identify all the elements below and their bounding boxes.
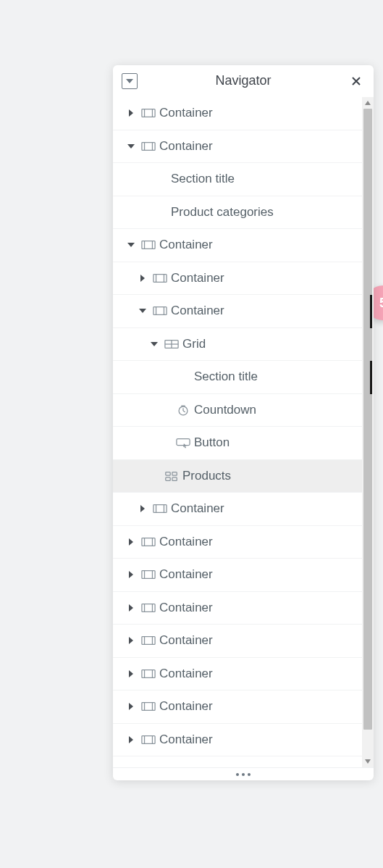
tree-row-label: Container xyxy=(171,501,224,516)
navigator-header: Navigator xyxy=(113,65,374,97)
scroll-thumb[interactable] xyxy=(363,109,372,730)
tree-row-label: Container xyxy=(159,601,213,615)
tree-row[interactable]: Container xyxy=(113,690,362,724)
button-icon xyxy=(172,437,194,448)
chevron-down-icon xyxy=(127,241,135,249)
expand-arrow[interactable] xyxy=(125,736,138,743)
tree-row[interactable]: Section title xyxy=(113,361,362,394)
row-accent xyxy=(370,295,372,328)
resize-handle[interactable] xyxy=(113,767,374,780)
grid-icon xyxy=(161,338,182,350)
tree-row-label: Product categories xyxy=(171,205,274,220)
tree-row[interactable]: Button xyxy=(113,427,362,460)
expand-arrow[interactable] xyxy=(125,241,138,249)
container-icon xyxy=(149,503,171,514)
tree-row[interactable]: Container xyxy=(113,559,362,592)
tree-row-label: Section title xyxy=(194,370,258,384)
tree-row[interactable]: Container xyxy=(113,97,362,130)
tree-row-label: Container xyxy=(159,667,213,681)
chevron-right-icon xyxy=(127,703,135,710)
container-icon xyxy=(138,569,159,580)
container-icon xyxy=(138,239,159,251)
expand-arrow[interactable] xyxy=(136,307,149,314)
chevron-right-icon xyxy=(127,109,135,117)
collapse-all-toggle[interactable] xyxy=(122,73,138,89)
chevron-right-icon xyxy=(127,604,135,612)
tree-row[interactable]: Container xyxy=(113,262,362,296)
expand-arrow[interactable] xyxy=(125,670,138,677)
products-icon xyxy=(161,470,182,482)
chevron-right-icon xyxy=(127,538,135,546)
triangle-up-icon xyxy=(364,99,371,107)
tree-row-label: Button xyxy=(194,435,230,450)
tree-row[interactable]: Products xyxy=(113,460,362,493)
container-icon xyxy=(138,635,159,646)
container-icon xyxy=(138,701,159,712)
help-badge-text: 5 xyxy=(379,296,383,311)
expand-arrow[interactable] xyxy=(125,143,138,150)
container-icon xyxy=(138,536,159,548)
tree-row-label: Container xyxy=(159,733,213,747)
tree-row-label: Products xyxy=(182,469,231,483)
tree-row[interactable]: Container xyxy=(113,658,362,691)
chevron-right-icon xyxy=(127,571,135,578)
tree-row[interactable]: Countdown xyxy=(113,394,362,427)
container-icon xyxy=(149,272,171,284)
tree-row[interactable]: Section title xyxy=(113,163,362,196)
scroll-down-button[interactable] xyxy=(362,756,374,767)
container-icon xyxy=(149,305,171,317)
tree-row-label: Container xyxy=(159,238,213,252)
tree-row-label: Container xyxy=(159,567,213,582)
chevron-down-icon xyxy=(127,143,135,150)
expand-arrow[interactable] xyxy=(148,341,161,348)
tree-row-label: Container xyxy=(159,139,213,154)
chevron-right-icon xyxy=(127,637,135,644)
tree-row-label: Container xyxy=(171,304,224,318)
container-icon xyxy=(138,141,159,152)
expand-arrow[interactable] xyxy=(136,505,149,512)
tree-row[interactable]: Container xyxy=(113,229,362,262)
tree-row[interactable]: Container xyxy=(113,592,362,625)
chevron-down-icon xyxy=(125,77,134,85)
tree-row-label: Section title xyxy=(171,172,235,186)
container-icon xyxy=(138,107,159,119)
navigator-tree: ContainerContainerSection titleProduct c… xyxy=(113,97,362,767)
tree-row-label: Container xyxy=(171,271,224,285)
tree-row[interactable]: Product categories xyxy=(113,196,362,230)
close-button[interactable] xyxy=(346,71,366,91)
close-icon xyxy=(350,75,362,87)
scroll-up-button[interactable] xyxy=(362,97,374,109)
tree-row-label: Grid xyxy=(182,337,206,351)
row-accent xyxy=(370,361,372,394)
tree-row[interactable]: Container xyxy=(113,493,362,526)
tree-row[interactable]: Container xyxy=(113,130,362,164)
tree-row[interactable]: Grid xyxy=(113,328,362,362)
scrollbar[interactable] xyxy=(362,97,374,767)
chevron-right-icon xyxy=(139,275,146,282)
navigator-panel: Navigator ContainerContainerSection titl… xyxy=(113,65,374,780)
expand-arrow[interactable] xyxy=(125,109,138,117)
tree-row-label: Countdown xyxy=(194,403,256,417)
expand-arrow[interactable] xyxy=(136,275,149,282)
panel-title: Navigator xyxy=(113,73,374,88)
chevron-right-icon xyxy=(127,736,135,743)
tree-row[interactable]: Container xyxy=(113,724,362,757)
expand-arrow[interactable] xyxy=(125,637,138,644)
container-icon xyxy=(138,734,159,746)
chevron-right-icon xyxy=(139,505,146,512)
container-icon xyxy=(138,668,159,680)
scroll-track[interactable] xyxy=(362,109,374,756)
tree-row-label: Container xyxy=(159,535,213,549)
tree-row[interactable]: Container xyxy=(113,625,362,658)
container-icon xyxy=(138,602,159,614)
navigator-body: ContainerContainerSection titleProduct c… xyxy=(113,97,374,767)
chevron-right-icon xyxy=(127,670,135,677)
tree-row[interactable]: Container xyxy=(113,526,362,559)
expand-arrow[interactable] xyxy=(125,604,138,612)
countdown-icon xyxy=(172,404,194,416)
chevron-down-icon xyxy=(151,341,158,348)
tree-row[interactable]: Container xyxy=(113,295,362,328)
expand-arrow[interactable] xyxy=(125,571,138,578)
expand-arrow[interactable] xyxy=(125,703,138,710)
expand-arrow[interactable] xyxy=(125,538,138,546)
